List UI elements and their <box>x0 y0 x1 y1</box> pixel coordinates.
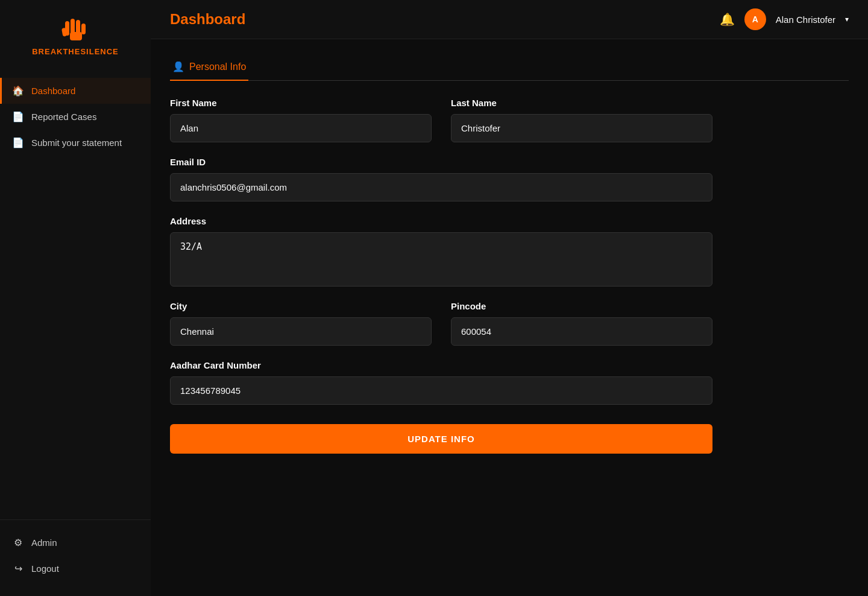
sidebar-item-submit-statement-label: Submit your statement <box>31 138 122 148</box>
city-group: City <box>170 301 432 346</box>
last-name-group: Last Name <box>451 98 712 142</box>
personal-info-tab-icon: 👤 <box>172 61 184 72</box>
sidebar: BreakTheSilence 🏠 Dashboard 📄 Reported C… <box>0 0 151 596</box>
pincode-group: Pincode <box>451 301 712 346</box>
user-name: Alan Christofer <box>776 14 835 25</box>
email-label: Email ID <box>170 157 712 167</box>
sidebar-item-submit-statement[interactable]: 📄 Submit your statement <box>0 130 151 156</box>
tab-personal-info-label: Personal Info <box>189 62 246 72</box>
tab-bar: 👤 Personal Info <box>170 56 849 81</box>
logo-icon <box>57 14 93 45</box>
name-row: First Name Last Name <box>170 98 712 142</box>
pincode-label: Pincode <box>451 301 712 311</box>
first-name-input[interactable] <box>170 114 432 142</box>
sidebar-item-dashboard[interactable]: 🏠 Dashboard <box>0 78 151 104</box>
email-group: Email ID <box>170 157 712 201</box>
sidebar-item-dashboard-label: Dashboard <box>31 86 75 96</box>
tab-personal-info[interactable]: 👤 Personal Info <box>170 56 248 81</box>
address-textarea[interactable]: 32/A <box>170 232 712 287</box>
city-label: City <box>170 301 432 311</box>
sidebar-item-logout[interactable]: ↪ Logout <box>0 556 151 582</box>
svg-rect-2 <box>71 19 75 34</box>
svg-rect-3 <box>76 20 80 34</box>
aadhar-row: Aadhar Card Number <box>170 360 712 405</box>
address-row: Address 32/A <box>170 216 712 287</box>
page-title: Dashboard <box>170 11 245 28</box>
reported-cases-icon: 📄 <box>12 111 24 122</box>
sidebar-item-admin[interactable]: ⚙ Admin <box>0 530 151 556</box>
page-content: 👤 Personal Info First Name Last Name <box>151 39 868 596</box>
notification-icon[interactable]: 🔔 <box>720 12 735 27</box>
last-name-input[interactable] <box>451 114 712 142</box>
sidebar-item-reported-cases[interactable]: 📄 Reported Cases <box>0 104 151 130</box>
admin-icon: ⚙ <box>12 537 24 548</box>
logout-icon: ↪ <box>12 563 24 574</box>
aadhar-input[interactable] <box>170 376 712 405</box>
sidebar-bottom: ⚙ Admin ↪ Logout <box>0 519 151 596</box>
sidebar-nav: 🏠 Dashboard 📄 Reported Cases 📄 Submit yo… <box>0 68 151 519</box>
email-row: Email ID <box>170 157 712 201</box>
first-name-group: First Name <box>170 98 432 142</box>
header: Dashboard 🔔 A Alan Christofer ▾ <box>151 0 868 39</box>
city-pincode-row: City Pincode <box>170 301 712 346</box>
aadhar-group: Aadhar Card Number <box>170 360 712 405</box>
last-name-label: Last Name <box>451 98 712 108</box>
header-right: 🔔 A Alan Christofer ▾ <box>720 8 849 30</box>
logo-text: BreakTheSilence <box>32 47 119 56</box>
chevron-down-icon[interactable]: ▾ <box>845 15 849 24</box>
aadhar-label: Aadhar Card Number <box>170 360 712 370</box>
email-input[interactable] <box>170 173 712 201</box>
logo-container: BreakTheSilence <box>0 0 151 68</box>
svg-rect-4 <box>81 24 86 34</box>
sidebar-item-reported-cases-label: Reported Cases <box>31 112 96 122</box>
sidebar-item-logout-label: Logout <box>31 563 59 574</box>
avatar: A <box>744 8 766 30</box>
address-label: Address <box>170 216 712 226</box>
address-group: Address 32/A <box>170 216 712 287</box>
personal-info-form: First Name Last Name Email ID Address <box>170 98 712 454</box>
pincode-input[interactable] <box>451 317 712 346</box>
dashboard-icon: 🏠 <box>12 85 24 97</box>
sidebar-item-admin-label: Admin <box>31 537 57 548</box>
first-name-label: First Name <box>170 98 432 108</box>
submit-statement-icon: 📄 <box>12 137 24 148</box>
main-content: Dashboard 🔔 A Alan Christofer ▾ 👤 Person… <box>151 0 868 596</box>
city-input[interactable] <box>170 317 432 346</box>
update-info-button[interactable]: UPDATE INFO <box>170 424 712 454</box>
